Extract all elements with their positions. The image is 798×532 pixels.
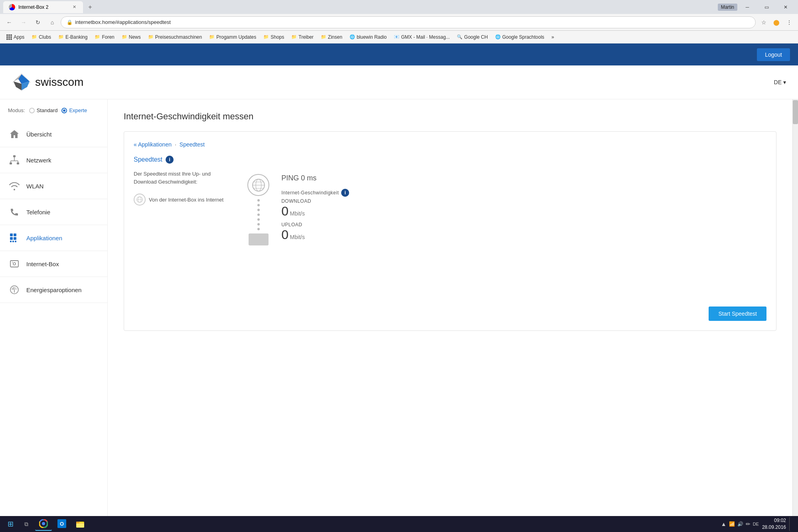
page-title: Internet-Geschwindigkeit messen [124, 111, 776, 122]
link-icon: 📧 [394, 34, 399, 40]
ping-value: 0 [301, 174, 305, 182]
folder-icon: 📁 [263, 34, 269, 40]
upload-block: UPLOAD 0 Mbit/s [281, 222, 349, 242]
bookmark-google-ch[interactable]: 🔍 Google CH [454, 33, 491, 41]
bookmark-google-ch-label: Google CH [464, 34, 488, 40]
bookmark-zinsen[interactable]: 📁 Zinsen [318, 33, 346, 41]
bookmark-prog[interactable]: 📁 Progamm Updates [206, 33, 259, 41]
outlook-icon: O [57, 519, 66, 528]
breadcrumb-back-link[interactable]: « Applikationen [134, 141, 172, 148]
home-button[interactable]: ⌂ [46, 16, 58, 28]
sidebar-item-wlan[interactable]: WLAN [0, 173, 107, 199]
dot-4 [257, 214, 260, 216]
mode-standard-radio[interactable]: Standard [29, 107, 58, 113]
speed-visual [247, 174, 269, 245]
speedtest-link[interactable]: Speedtest [134, 156, 162, 163]
wifi-icon [8, 180, 21, 192]
user-pill: Martin [718, 4, 737, 11]
chrome-icon [39, 519, 48, 528]
speed-stats-col: PING 0 ms Internet-Geschwindigkeit i [281, 174, 349, 242]
sidebar-item-ubersicht[interactable]: Übersicht [0, 121, 107, 147]
lang-sys-icon: DE [753, 522, 759, 526]
folder-icon: 📁 [148, 34, 154, 40]
taskbar-explorer[interactable] [72, 517, 89, 531]
bookmark-clubs[interactable]: 📁 Clubs [28, 33, 54, 41]
bookmark-google-sprach[interactable]: 🌐 Google Sprachtools [492, 33, 547, 41]
taskbar-right: ▲ 📶 🔊 ✏ DE 09:02 28.09.2016 ​ [721, 517, 795, 531]
more-button[interactable]: ⋮ [784, 17, 795, 28]
bookmark-apps[interactable]: Apps [3, 33, 28, 41]
bookmark-more[interactable]: » [548, 33, 557, 41]
close-button[interactable]: ✕ [776, 0, 795, 14]
bookmark-foren[interactable]: 📁 Foren [91, 33, 117, 41]
source-label: Von der Internet-Box ins Internet [149, 197, 223, 203]
browser-tab[interactable]: Internet-Box 2 ✕ [3, 1, 83, 13]
show-desktop-button[interactable]: ​ [789, 517, 792, 531]
link-icon: 🌐 [495, 34, 501, 40]
mode-expert-radio[interactable]: Experte [61, 107, 87, 113]
scrollbar-track[interactable] [792, 99, 798, 516]
taskbar-chrome[interactable] [35, 517, 52, 531]
bookmark-preise-label: Preisesuchmaschinen [155, 34, 202, 40]
address-bar[interactable]: 🔒 internetbox.home/#applications/speedte… [61, 16, 756, 28]
content-area: Internet-Geschwindigkeit messen « Applik… [108, 99, 792, 516]
bookmark-gmx[interactable]: 📧 GMX - Mail · Messag... [391, 33, 453, 41]
new-tab-button[interactable]: + [85, 2, 95, 12]
taskbar-outlook[interactable]: O [53, 517, 70, 531]
url-text: internetbox.home/#applications/speedtest [75, 19, 750, 25]
logout-button[interactable]: Logout [757, 48, 790, 61]
bookmark-gmx-label: GMX - Mail · Messag... [401, 34, 450, 40]
back-button[interactable]: ← [3, 16, 15, 28]
download-value-row: 0 Mbit/s [281, 204, 349, 219]
svg-rect-7 [10, 162, 12, 164]
logo-diamond-icon [12, 73, 31, 92]
speed-meter-col: PING 0 ms Internet-Geschwindigkeit i [247, 170, 349, 299]
tab-close-button[interactable]: ✕ [71, 4, 77, 10]
minimize-button[interactable]: ─ [738, 0, 757, 14]
ping-display: PING 0 ms [281, 174, 349, 182]
start-button[interactable]: ⊞ [3, 517, 18, 531]
bookmark-treiber[interactable]: 📁 Treiber [288, 33, 317, 41]
refresh-button[interactable]: ↻ [32, 16, 44, 28]
svg-rect-6 [13, 155, 16, 157]
upload-value-row: 0 Mbit/s [281, 227, 349, 242]
bookmark-prog-label: Progamm Updates [216, 34, 256, 40]
nav-right-icons: ☆ ⬤ ⋮ [758, 17, 795, 28]
bookmark-bluewin[interactable]: 🌐 bluewin Radio [346, 33, 390, 41]
scrollbar-thumb[interactable] [793, 100, 798, 124]
sidebar-item-energiespar[interactable]: Energiesparoptionen [0, 277, 107, 303]
mode-selector: Modus: Standard Experte [0, 107, 107, 121]
ping-label: PING 0 ms [281, 174, 316, 182]
speedtest-info-icon[interactable]: i [166, 156, 174, 164]
speedtest-actions: Start Speedtest [134, 299, 766, 321]
download-unit: Mbit/s [290, 210, 305, 217]
sidebar-item-netzwerk[interactable]: Netzwerk [0, 147, 107, 173]
folder-icon: 📁 [58, 34, 64, 40]
link-icon: 🌐 [350, 34, 355, 40]
sidebar-applikationen-label: Applikationen [26, 235, 62, 241]
dot-5 [257, 218, 260, 221]
mode-label: Modus: [8, 107, 25, 113]
speed-info-icon[interactable]: i [341, 189, 349, 197]
start-speedtest-button[interactable]: Start Speedtest [709, 307, 766, 321]
page-wrapper: Logout swisscom DE ▾ [0, 44, 798, 516]
bookmark-zinsen-label: Zinsen [328, 34, 342, 40]
language-selector[interactable]: DE ▾ [774, 79, 786, 85]
network-icon [8, 154, 21, 166]
bookmark-shops[interactable]: 📁 Shops [260, 33, 287, 41]
task-view-button[interactable]: ⧉ [19, 517, 34, 531]
bookmark-foren-label: Foren [102, 34, 114, 40]
sidebar-item-applikationen[interactable]: Applikationen [0, 225, 107, 251]
bookmark-news[interactable]: 📁 News [119, 33, 144, 41]
star-button[interactable]: ☆ [758, 17, 769, 28]
forward-button[interactable]: → [18, 16, 30, 28]
explorer-icon [76, 519, 85, 528]
sidebar-item-internetbox[interactable]: Internet-Box [0, 251, 107, 277]
bookmark-ebanking[interactable]: 📁 E-Banking [55, 33, 91, 41]
bookmark-preise[interactable]: 📁 Preisesuchmaschinen [145, 33, 205, 41]
chrome-menu-button[interactable]: ⬤ [771, 17, 782, 28]
window-controls: Martin ─ ▭ ✕ [718, 0, 795, 14]
maximize-button[interactable]: ▭ [757, 0, 776, 14]
svg-point-21 [13, 263, 16, 265]
sidebar-item-telefonie[interactable]: Telefonie [0, 199, 107, 225]
